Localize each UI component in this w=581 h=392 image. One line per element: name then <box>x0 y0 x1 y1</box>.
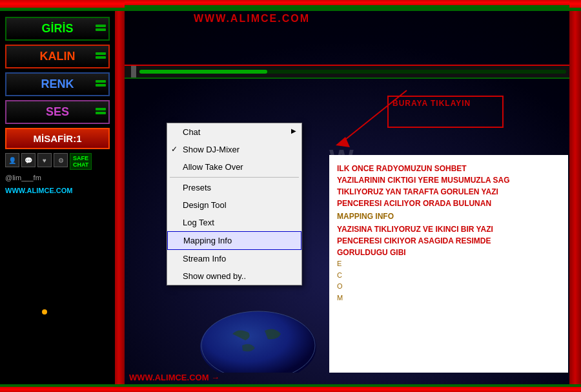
menu-item-design-tool[interactable]: Design Tool <box>167 196 301 214</box>
giris-button[interactable]: GİRİS <box>5 17 110 41</box>
content-line1: ILK ONCE RADYOMUZUN SOHBET <box>337 164 467 173</box>
sidebar-url-text: WWW.ALIMCE.COM <box>5 187 72 194</box>
earth-visual <box>194 276 323 373</box>
menu-item-stream-info[interactable]: Stream Info <box>167 250 301 267</box>
sidebar: GİRİS KALIN RENK SES MİSAFİR:1 👤 💬 ♥ ⚙ S… <box>0 0 115 392</box>
content-text-block1: ILK ONCE RADYOMUZUN SOHBET YAZILARININ C… <box>337 163 560 209</box>
kalin-label: KALIN <box>40 50 76 63</box>
menu-label-show-owned: Show owned by.. <box>183 271 246 281</box>
giris-indicator <box>96 25 106 34</box>
icon-person[interactable]: 👤 <box>5 153 19 167</box>
menu-separator-1 <box>170 177 299 178</box>
menu-item-chat[interactable]: Chat <box>167 123 301 141</box>
ses-indicator <box>96 108 106 117</box>
sidebar-url: WWW.ALIMCE.COM <box>5 187 110 194</box>
content-panel: ILK ONCE RADYOMUZUN SOHBET YAZILARININ C… <box>329 155 568 373</box>
menu-label-chat: Chat <box>183 127 200 137</box>
giris-label: GİRİS <box>41 22 73 35</box>
pillar-right <box>569 0 581 392</box>
content-line4: PENCERESI ACILIYOR ORADA BULUNAN <box>337 199 491 208</box>
menu-item-show-dj[interactable]: Show DJ-Mixer <box>167 141 301 158</box>
main-top-green-bar <box>125 5 569 8</box>
kalin-indicator <box>96 52 106 61</box>
misafir-box: MİSAFİR:1 <box>5 128 110 149</box>
content-line7: GORULDUGU GIBI <box>337 248 406 257</box>
renk-button[interactable]: RENK <box>5 72 110 96</box>
scrollbar-track[interactable] <box>139 70 566 74</box>
menu-label-log-text: Log Text <box>183 218 214 227</box>
site-title: WWW.ALIMCE.COM <box>194 13 310 25</box>
icon-settings[interactable]: ⚙ <box>54 153 68 167</box>
annotation-text: BURAYA TIKLAYIN <box>392 99 471 108</box>
menu-label-stream-info: Stream Info <box>183 254 226 263</box>
icon-heart[interactable]: ♥ <box>37 153 52 167</box>
scrollbar-handle[interactable] <box>131 66 136 77</box>
alim-fm-text: @lim___fm <box>5 174 41 181</box>
misafir-label: MİSAFİR:1 <box>34 133 82 144</box>
menu-label-allow: Allow Take Over <box>183 162 243 172</box>
content-line2: YAZILARININ CIKTIGI YERE MUSUMUZLA SAG <box>337 176 510 185</box>
top-green-bar <box>0 8 581 11</box>
bottom-arrow-icon: → <box>211 373 219 382</box>
ses-button[interactable]: SES <box>5 100 110 124</box>
mapping-info-label: MAPPING INFO <box>337 212 394 221</box>
content-text-block2: YAZISINA TIKLIYORUZ VE IKINCI BIR YAZI P… <box>337 223 560 258</box>
site-url-text: WWW.ALIMCE.COM <box>194 13 310 24</box>
content-line5: YAZISINA TIKLIYORUZ VE IKINCI BIR YAZI <box>337 225 493 234</box>
menu-label-presets: Presets <box>183 183 211 192</box>
mapping-info-text: MAPPING INFO <box>337 212 560 221</box>
dot-indicator <box>42 309 47 315</box>
menu-item-presets[interactable]: Presets <box>167 179 301 196</box>
menu-label-show-dj: Show DJ-Mixer <box>183 145 240 154</box>
renk-indicator <box>96 80 106 89</box>
svg-point-2 <box>200 311 316 373</box>
icon-message[interactable]: 💬 <box>21 153 36 167</box>
scrollbar-area[interactable] <box>125 65 569 79</box>
menu-item-show-owned[interactable]: Show owned by.. <box>167 267 301 285</box>
content-line6: PENCERESI CIKIYOR ASAGIDA RESIMDE <box>337 236 491 245</box>
alim-fm-label: @lim___fm <box>5 174 110 181</box>
menu-item-log-text[interactable]: Log Text <box>167 214 301 231</box>
menu-item-allow-takeover[interactable]: Allow Take Over <box>167 158 301 176</box>
ses-label: SES <box>46 105 69 118</box>
bottom-red-bar <box>0 387 581 392</box>
menu-label-design-tool: Design Tool <box>183 200 227 210</box>
safe-chat-badge: SAFECHAT <box>70 153 92 170</box>
context-menu: Chat Show DJ-Mixer Allow Take Over Prese… <box>167 123 302 285</box>
renk-label: RENK <box>41 77 74 90</box>
annotation-label: BURAYA TIKLAYIN <box>392 99 471 108</box>
scrollbar-thumb <box>139 70 267 74</box>
main-top-red-bar <box>125 0 569 5</box>
icons-row: 👤 💬 ♥ ⚙ SAFECHAT <box>5 153 110 170</box>
com-text-block: ECOM <box>337 258 560 304</box>
menu-label-mapping-info: Mapping Info <box>183 236 232 245</box>
bottom-url-left: WWW.ALIMCE.COM → <box>129 373 219 382</box>
bottom-url-text: WWW.ALIMCE.COM <box>129 373 209 382</box>
kalin-button[interactable]: KALIN <box>5 45 110 68</box>
content-line3: TIKLIYORUZ YAN TARAFTA GORULEN YAZI <box>337 187 498 196</box>
menu-item-mapping-info[interactable]: Mapping Info <box>167 231 301 250</box>
